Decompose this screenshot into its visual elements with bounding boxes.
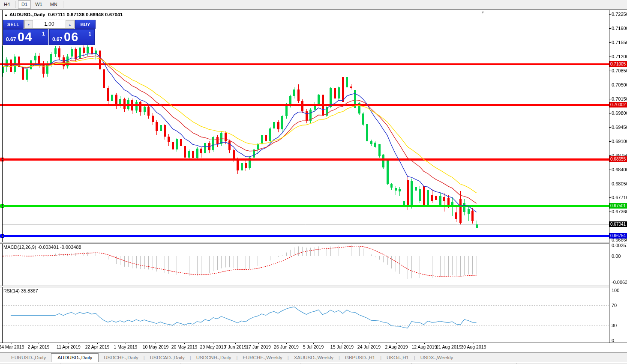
price-tick-label: 0.70500 — [612, 82, 627, 87]
chart-ohlc-values: 0.67111 0.67136 0.66948 0.67041 — [48, 12, 123, 17]
rsi-label: RSI(14) 35.8367 — [3, 288, 38, 293]
tab-ukoil-h1[interactable]: UKOil-,H1 — [381, 354, 414, 362]
price-tick-mark — [609, 28, 611, 29]
price-tick-mark — [609, 212, 611, 212]
date-tick-label: 11 Apr 2019 — [57, 344, 81, 349]
price-line-label: 0.68655 — [609, 156, 627, 162]
tab-usdcad-daily[interactable]: USDCAD-,Daily — [145, 354, 190, 362]
price-tick-label: 0.67710 — [612, 195, 627, 200]
buy-price-button[interactable]: 0.67 06 1 — [49, 29, 95, 45]
price-tick-mark — [609, 71, 611, 71]
macd-scale-label: 0.002574 — [612, 243, 627, 248]
price-tick-mark — [609, 127, 611, 128]
price-tick-mark — [609, 85, 611, 85]
tab-eurchf-weekly[interactable]: EURCHF-,Weekly — [237, 354, 287, 362]
date-tick-label: 30 Aug 2019 — [461, 344, 486, 349]
price-tick-mark — [609, 197, 611, 198]
date-tick-label: 1 May 2019 — [114, 344, 138, 349]
buy-price-big-digits: 06 — [64, 30, 78, 44]
buy-price-prefix: 0.67 — [52, 36, 62, 42]
date-tick-label: 7 Jun 2019 — [224, 344, 246, 349]
collapse-arrow-icon: ▲ — [4, 13, 8, 17]
date-tick-label: 24 Mar 2019 — [0, 344, 24, 349]
date-tick-label: 5 Jul 2019 — [303, 344, 324, 349]
chart-shift-icon[interactable]: ▾ — [482, 10, 484, 15]
sell-price-prefix: 0.67 — [6, 36, 16, 42]
rsi-scale-label: 100 — [612, 288, 619, 293]
chart-canvas[interactable] — [0, 0, 627, 364]
price-tick-label: 0.70850 — [612, 68, 627, 73]
tab-usdchf-daily[interactable]: USDCHF-,Daily — [99, 354, 144, 362]
date-tick-label: 12 Aug 2019 — [412, 344, 437, 349]
buy-price-pip-digit: 1 — [88, 31, 91, 37]
tab-audusd-daily[interactable]: AUDUSD-,Daily — [51, 353, 99, 362]
price-tick-mark — [609, 113, 611, 113]
tab-eurusd-daily[interactable]: EURUSD-,Daily — [6, 354, 51, 362]
one-click-trade-panel: SELL ▼ 1.00 ▲ BUY 0.67 04 1 0.67 06 1 — [3, 20, 96, 45]
chart-left-border — [2, 10, 3, 343]
mt4-window: H4D1W1MN ▲AUDUSD-,Daily 0.67111 0.67136 … — [0, 0, 627, 364]
macd-scale-label: -0.006326 — [612, 280, 627, 285]
date-tick-label: 20 May 2019 — [171, 344, 198, 349]
rsi-value: 35.8367 — [21, 288, 38, 293]
rsi-scale-label: 0 — [612, 338, 614, 343]
price-tick-mark — [609, 155, 611, 156]
volume-input[interactable]: 1.00 — [33, 20, 66, 28]
price-tick-label: 0.67360 — [612, 209, 627, 214]
date-tick-label: 2 Aug 2019 — [385, 344, 408, 349]
price-tick-label: 0.70150 — [612, 96, 627, 101]
price-tick-mark — [609, 240, 611, 240]
price-tick-mark — [609, 57, 611, 57]
date-tick-label: 21 Aug 2019 — [436, 344, 462, 349]
tab-xauusd-weekly[interactable]: XAUUSD-,Weekly — [289, 354, 339, 362]
macd-main-value: -0.003401 — [37, 245, 59, 250]
date-tick-label: 10 May 2019 — [143, 344, 169, 349]
price-tick-label: 0.68400 — [612, 167, 627, 172]
tab-gbpusd-h1[interactable]: GBPUSD-,H1 — [340, 354, 380, 362]
macd-scale-label: 0.00 — [612, 254, 621, 259]
rsi-scale-label: 70 — [612, 303, 617, 308]
toolbar-separator — [63, 1, 63, 8]
price-tick-mark — [609, 42, 611, 43]
price-tick-label: 0.71200 — [612, 54, 627, 59]
volume-increase-button[interactable]: ▲ — [66, 20, 74, 28]
rsi-splitter[interactable] — [0, 286, 609, 287]
rsi-scale-label: 30 — [612, 323, 617, 328]
timeframe-button-d1[interactable]: D1 — [18, 0, 31, 9]
date-tick-label: 22 Apr 2019 — [85, 344, 110, 349]
chart-symbol-label: AUDUSD-,Daily — [9, 12, 45, 17]
price-tick-label: 0.71550 — [612, 40, 627, 45]
buy-button[interactable]: BUY — [75, 20, 96, 29]
chart-bottom-border — [0, 343, 627, 343]
tab-usdcnh-daily[interactable]: USDCNH-,Daily — [191, 354, 237, 362]
date-tick-label: 2 Apr 2019 — [28, 344, 50, 349]
price-line-label: 0.66754 — [609, 233, 627, 239]
price-tick-mark — [609, 184, 611, 184]
price-line-label: 0.70002 — [609, 102, 627, 107]
price-tick-label: 0.69100 — [612, 139, 627, 144]
date-tick-label: 29 May 2019 — [200, 344, 226, 349]
price-tick-mark — [609, 141, 611, 142]
sell-price-big-digits: 04 — [18, 30, 32, 44]
macd-signal-value: -0.003488 — [60, 245, 81, 250]
timeframe-button-w1[interactable]: W1 — [32, 0, 46, 9]
sell-price-pip-digit: 1 — [42, 31, 45, 37]
price-tick-label: 0.69450 — [612, 125, 627, 130]
price-tick-label: 0.69800 — [612, 110, 627, 116]
date-tick-label: 26 Jun 2019 — [274, 344, 299, 349]
tab-usdx-weekly[interactable]: USDX-,Weekly — [415, 354, 458, 362]
date-tick-label: 17 Jun 2019 — [246, 344, 271, 349]
toolbar-separator — [15, 1, 16, 8]
price-tick-label: 0.68050 — [612, 181, 627, 186]
price-tick-mark — [609, 14, 611, 15]
macd-splitter[interactable] — [0, 242, 609, 244]
date-tick-label: 15 Jul 2019 — [330, 344, 354, 349]
timeframe-button-mn[interactable]: MN — [47, 0, 61, 9]
timeframe-toolbar: H4D1W1MN — [0, 0, 627, 9]
chart-title: ▲AUDUSD-,Daily 0.67111 0.67136 0.66948 0… — [4, 12, 123, 17]
sell-price-button[interactable]: 0.67 04 1 — [3, 29, 48, 45]
timeframe-button-h4[interactable]: H4 — [0, 0, 13, 9]
macd-label: MACD(12,26,9) -0.003401 -0.003488 — [3, 245, 81, 250]
sell-button[interactable]: SELL — [3, 20, 24, 29]
volume-decrease-button[interactable]: ▼ — [24, 20, 33, 28]
